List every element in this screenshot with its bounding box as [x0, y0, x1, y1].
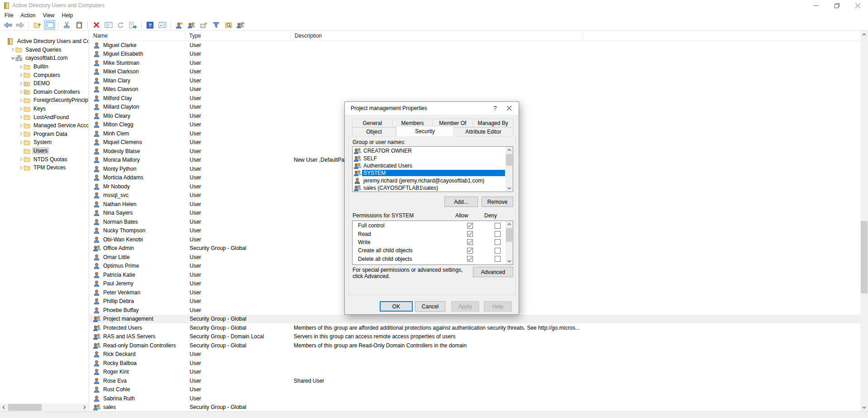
expander-collapsed-icon[interactable]: [18, 107, 24, 111]
tree-item-saved-queries[interactable]: Saved Queries: [0, 46, 88, 54]
permissions-thumb[interactable]: [506, 228, 512, 242]
new-user-button[interactable]: [174, 20, 185, 30]
expander-collapsed-icon[interactable]: [18, 65, 24, 69]
group-list-item[interactable]: jeremy.richard (jeremy.richard@cayosoftl…: [353, 177, 505, 184]
column-header-type[interactable]: Type: [186, 31, 291, 40]
list-row[interactable]: Rust CohleUser: [90, 385, 860, 394]
remove-button[interactable]: Remove: [482, 197, 513, 207]
tab-general[interactable]: General: [352, 119, 393, 127]
tree-item-domain-controllers[interactable]: Domain Controllers: [0, 88, 88, 96]
delete-button[interactable]: [91, 20, 102, 30]
group-list-item[interactable]: Authenticated Users: [353, 162, 505, 169]
expander-collapsed-icon[interactable]: [18, 82, 24, 86]
group-list-item[interactable]: SYSTEM: [353, 169, 505, 177]
scroll-down-icon[interactable]: [506, 258, 513, 264]
tree-item-demo[interactable]: DEMO: [0, 79, 88, 88]
allow-checkbox[interactable]: [467, 256, 473, 262]
show-console-tree-button[interactable]: [44, 20, 55, 30]
deny-checkbox[interactable]: [495, 239, 501, 245]
deny-checkbox[interactable]: [495, 248, 501, 254]
scroll-down-icon[interactable]: [860, 404, 868, 411]
tree-item-system[interactable]: System: [0, 138, 88, 147]
list-row[interactable]: Roger KintUser: [90, 368, 860, 377]
new-window-button[interactable]: [157, 20, 168, 30]
list-row[interactable]: Miguel ClarkeUser: [90, 41, 860, 50]
tree-item-ntds-quotas[interactable]: NTDS Quotas: [0, 155, 88, 163]
find-button[interactable]: [223, 20, 234, 30]
list-row[interactable]: Miguel ElisabethUser: [90, 50, 860, 59]
tree-horizontal-scrollbar[interactable]: [0, 404, 88, 411]
forward-button[interactable]: [14, 20, 26, 30]
help-button[interactable]: ?: [144, 20, 156, 30]
tree-item-active-directory-users-and-computers[interactable]: Active Directory Users and Computers: [0, 37, 88, 46]
tree-item-managed-service-accounts[interactable]: Managed Service Accounts: [0, 121, 88, 130]
expander-collapsed-icon[interactable]: [18, 98, 24, 102]
list-row[interactable]: Milan ClaryUser: [90, 76, 860, 85]
menu-action[interactable]: Action: [17, 12, 39, 19]
allow-checkbox[interactable]: [467, 248, 473, 254]
expander-collapsed-icon[interactable]: [18, 124, 24, 128]
scroll-left-icon[interactable]: [0, 404, 8, 411]
filter-button[interactable]: [210, 20, 222, 30]
ok-button[interactable]: OK: [380, 301, 413, 312]
allow-checkbox[interactable]: [467, 239, 473, 245]
list-vscroll-thumb[interactable]: [861, 221, 868, 293]
scroll-right-icon[interactable]: [81, 404, 88, 411]
list-row[interactable]: Rose EvaUserShared User: [90, 376, 860, 385]
tab-attribute-editor[interactable]: Attribute Editor: [454, 127, 513, 136]
export-list-button[interactable]: [127, 20, 138, 30]
tree-item-cayosoftlab1-com[interactable]: cayosoftlab1.com: [0, 54, 88, 62]
restore-button[interactable]: [826, 0, 847, 11]
cut-button[interactable]: [61, 20, 72, 30]
expander-collapsed-icon[interactable]: [18, 140, 24, 144]
scroll-up-icon[interactable]: [506, 221, 513, 228]
minimize-button[interactable]: [806, 0, 826, 11]
expander-collapsed-icon[interactable]: [18, 166, 24, 170]
list-row[interactable]: Mikel ClarksonUser: [90, 67, 860, 77]
expander-expanded-icon[interactable]: [10, 56, 15, 60]
group-list-item[interactable]: SELF: [353, 154, 505, 162]
tree-item-keys[interactable]: Keys: [0, 105, 88, 113]
back-button[interactable]: [2, 20, 14, 30]
list-row[interactable]: Sabrina RuthUser: [90, 394, 860, 403]
deny-checkbox[interactable]: [495, 256, 501, 262]
tree-item-users[interactable]: Users: [0, 147, 88, 155]
menu-view[interactable]: View: [39, 12, 58, 19]
list-row[interactable]: RAS and IAS ServersSecurity Group - Doma…: [90, 332, 860, 341]
group-list-item[interactable]: CREATOR OWNER: [353, 147, 505, 154]
expander-collapsed-icon[interactable]: [18, 90, 24, 94]
tab-object[interactable]: Object: [352, 127, 396, 136]
properties-button[interactable]: [103, 20, 114, 30]
tab-security[interactable]: Security: [396, 126, 454, 136]
expander-collapsed-icon[interactable]: [18, 73, 24, 77]
list-vertical-scrollbar[interactable]: [860, 31, 868, 411]
tree-hscroll-thumb[interactable]: [8, 404, 42, 411]
deny-checkbox[interactable]: [495, 223, 501, 229]
tree-item-program-data[interactable]: Program Data: [0, 130, 88, 139]
group-list-thumb[interactable]: [506, 154, 512, 166]
add-to-group-button[interactable]: [235, 20, 246, 30]
list-row[interactable]: Rick DeckardUser: [90, 350, 860, 359]
tree-item-tpm-devices[interactable]: TPM Devices: [0, 163, 88, 172]
allow-checkbox[interactable]: [467, 223, 473, 229]
allow-checkbox[interactable]: [467, 231, 473, 237]
tree-item-computers[interactable]: Computers: [0, 71, 88, 79]
list-row[interactable]: Protected UsersSecurity Group - GlobalMe…: [90, 323, 860, 332]
list-row[interactable]: Rocky BalboaUser: [90, 359, 860, 368]
apply-button[interactable]: Apply: [451, 301, 479, 312]
tree-item-builtin[interactable]: Builtin: [0, 62, 88, 71]
list-row[interactable]: Project managementSecurity Group - Globa…: [90, 315, 860, 324]
scroll-up-icon[interactable]: [860, 31, 868, 38]
group-list-scrollbar[interactable]: [506, 147, 513, 192]
expander-collapsed-icon[interactable]: [18, 115, 24, 119]
expander-collapsed-icon[interactable]: [18, 132, 24, 136]
paste-button[interactable]: [73, 20, 85, 30]
new-group-button[interactable]: [186, 20, 197, 30]
group-list-item[interactable]: sales (CAYOSOFTLAB1\sales): [353, 184, 505, 192]
tree-item-foreignsecurityprincipals[interactable]: ForeignSecurityPrincipals: [0, 96, 88, 105]
scroll-down-icon[interactable]: [506, 185, 513, 192]
new-ou-button[interactable]: [198, 20, 210, 30]
tree-item-lostandfound[interactable]: LostAndFound: [0, 113, 88, 121]
menu-file[interactable]: File: [1, 12, 17, 19]
refresh-button[interactable]: [115, 20, 126, 30]
